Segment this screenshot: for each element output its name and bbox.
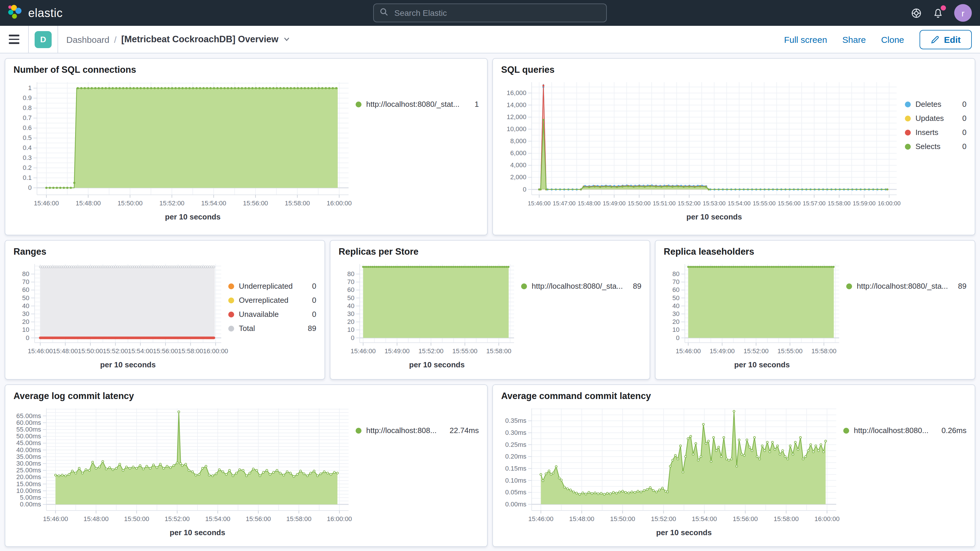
- svg-text:14,000: 14,000: [507, 101, 527, 108]
- legend-item[interactable]: Total89: [228, 324, 316, 333]
- svg-text:15:48:00: 15:48:00: [84, 515, 109, 522]
- svg-text:0.00ms: 0.00ms: [505, 500, 527, 508]
- panel-title[interactable]: Replicas per Store: [339, 247, 641, 257]
- chart-canvas[interactable]: 15:46:0015:48:0015:50:0015:52:0015:54:00…: [13, 260, 228, 359]
- svg-text:70: 70: [673, 278, 679, 285]
- panel-replicas-per-store: Replicas per Store 15:46:0015:49:0015:52…: [330, 240, 650, 380]
- legend-item[interactable]: Inserts0: [905, 128, 967, 137]
- panel-title[interactable]: Average log commit latency: [13, 391, 479, 401]
- legend-item[interactable]: http://localhost:8080...0.26ms: [843, 426, 967, 435]
- svg-text:0.1: 0.1: [22, 174, 32, 181]
- panel-title[interactable]: Number of SQL connections: [13, 65, 479, 75]
- share-link[interactable]: Share: [842, 34, 866, 44]
- chart-canvas[interactable]: 15:46:0015:49:0015:52:0015:55:0015:58:00…: [664, 260, 846, 359]
- dashboard-toolbar: D Dashboard / [Metricbeat CockroachDB] O…: [0, 26, 980, 53]
- svg-text:80: 80: [22, 270, 29, 277]
- svg-text:0.15ms: 0.15ms: [505, 465, 527, 472]
- legend-color-dot: [521, 283, 527, 289]
- clone-link[interactable]: Clone: [881, 34, 904, 44]
- legend-label: Unavailable: [239, 310, 307, 318]
- svg-text:30: 30: [22, 310, 29, 317]
- svg-text:15:54:00: 15:54:00: [128, 347, 153, 355]
- svg-text:45.00ms: 45.00ms: [16, 439, 41, 447]
- svg-text:15:46:00: 15:46:00: [27, 347, 53, 355]
- panel-title[interactable]: SQL queries: [501, 65, 967, 75]
- chart-canvas[interactable]: 15:46:0015:48:0015:50:0015:52:0015:54:00…: [13, 78, 356, 211]
- x-axis-title: per 10 seconds: [501, 528, 836, 537]
- legend-label: http://localhost:8080/_stat...: [366, 100, 470, 108]
- svg-text:0.9: 0.9: [22, 94, 32, 102]
- chart-plot-area[interactable]: 15:46:0015:49:0015:52:0015:55:0015:58:00…: [339, 260, 521, 359]
- svg-text:10: 10: [347, 326, 355, 333]
- legend-value: 0: [963, 114, 967, 123]
- global-search[interactable]: [373, 3, 607, 22]
- search-input[interactable]: [393, 8, 600, 18]
- header-actions: r: [911, 4, 972, 22]
- legend-item[interactable]: Updates0: [905, 114, 967, 123]
- chart-plot-area[interactable]: 15:46:0015:48:0015:50:0015:52:0015:54:00…: [13, 78, 356, 211]
- menu-hamburger-icon[interactable]: [0, 35, 28, 44]
- legend-color-dot: [843, 427, 849, 433]
- svg-text:0.2: 0.2: [22, 164, 32, 171]
- chart-plot-area[interactable]: 15:46:0015:48:0015:50:0015:52:0015:54:00…: [501, 404, 843, 527]
- svg-text:15:50:00: 15:50:00: [628, 200, 651, 207]
- svg-text:35.00ms: 35.00ms: [16, 453, 41, 460]
- legend-value: 22.74ms: [450, 426, 479, 435]
- chart-plot-area[interactable]: 15:46:0015:48:0015:50:0015:52:0015:54:00…: [13, 404, 356, 527]
- x-axis-title: per 10 seconds: [13, 528, 348, 537]
- chart-canvas[interactable]: 15:46:0015:48:0015:50:0015:52:0015:54:00…: [13, 404, 356, 527]
- chart-plot-area[interactable]: 15:46:0015:48:0015:50:0015:52:0015:54:00…: [13, 260, 228, 359]
- legend-item[interactable]: Deletes0: [905, 100, 967, 108]
- legend-color-dot: [228, 325, 234, 331]
- svg-text:12,000: 12,000: [507, 113, 527, 121]
- svg-text:60: 60: [22, 286, 29, 293]
- legend-item[interactable]: http://localhost:8080/_sta...89: [846, 282, 967, 290]
- svg-text:15:50:00: 15:50:00: [610, 515, 635, 522]
- legend-value: 0: [312, 282, 316, 290]
- legend-item[interactable]: http://localhost:8080/_sta...89: [521, 282, 641, 290]
- chevron-down-icon[interactable]: [283, 34, 291, 44]
- chart-legend: http://localhost:8080/_stat...1: [356, 78, 479, 229]
- svg-text:70: 70: [22, 278, 29, 285]
- legend-item[interactable]: Overreplicated0: [228, 296, 316, 304]
- panel-title[interactable]: Average command commit latency: [501, 391, 967, 401]
- chart-plot-area[interactable]: 15:46:0015:47:0015:48:0015:49:0015:50:00…: [501, 78, 905, 211]
- x-axis-title: per 10 seconds: [664, 360, 839, 369]
- legend-label: http://localhost:8080/_sta...: [857, 282, 953, 290]
- svg-text:0: 0: [26, 334, 29, 341]
- chart-canvas[interactable]: 15:46:0015:48:0015:50:0015:52:0015:54:00…: [501, 404, 843, 527]
- edit-button[interactable]: Edit: [919, 30, 972, 49]
- brand[interactable]: elastic: [0, 4, 63, 22]
- legend-item[interactable]: http://localhost:8080/_stat...1: [356, 100, 479, 108]
- legend-color-dot: [905, 143, 911, 149]
- legend-item[interactable]: Selects0: [905, 142, 967, 151]
- elastic-logo-icon: [7, 4, 23, 22]
- svg-text:0: 0: [523, 186, 527, 193]
- panel-title[interactable]: Replica leaseholders: [664, 247, 967, 257]
- chart-canvas[interactable]: 15:46:0015:47:0015:48:0015:49:0015:50:00…: [501, 78, 905, 211]
- chart-plot-area[interactable]: 15:46:0015:49:0015:52:0015:55:0015:58:00…: [664, 260, 846, 359]
- svg-text:15:46:00: 15:46:00: [43, 515, 68, 522]
- space-badge[interactable]: D: [35, 31, 52, 48]
- svg-text:15:46:00: 15:46:00: [528, 200, 551, 207]
- legend-item[interactable]: http://localhost:808...22.74ms: [356, 426, 479, 435]
- legend-item[interactable]: Unavailable0: [228, 310, 316, 318]
- svg-text:15:47:00: 15:47:00: [553, 200, 576, 207]
- legend-color-dot: [228, 311, 234, 317]
- svg-text:80: 80: [673, 270, 679, 277]
- help-icon[interactable]: [911, 7, 922, 19]
- user-avatar[interactable]: r: [954, 4, 972, 22]
- full-screen-link[interactable]: Full screen: [784, 34, 827, 44]
- svg-text:15:52:00: 15:52:00: [743, 347, 769, 355]
- svg-text:0.05ms: 0.05ms: [505, 489, 527, 496]
- legend-color-dot: [905, 129, 911, 135]
- toolbar-divider: [28, 26, 29, 53]
- legend-item[interactable]: Underreplicated0: [228, 282, 316, 290]
- legend-color-dot: [228, 297, 234, 303]
- svg-text:15:48:00: 15:48:00: [76, 199, 101, 207]
- breadcrumb-dashboard-link[interactable]: Dashboard: [66, 34, 110, 44]
- panel-title[interactable]: Ranges: [13, 247, 316, 257]
- chart-canvas[interactable]: 15:46:0015:49:0015:52:0015:55:0015:58:00…: [339, 260, 521, 359]
- svg-text:15:51:00: 15:51:00: [653, 200, 676, 207]
- notifications-bell-icon[interactable]: [932, 7, 943, 19]
